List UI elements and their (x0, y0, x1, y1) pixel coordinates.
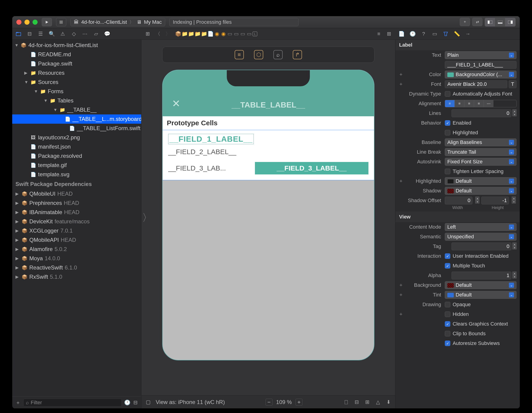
plus-icon[interactable]: + (399, 282, 403, 288)
alpha-input[interactable]: 1 (451, 272, 512, 279)
user-interaction-checkbox[interactable]: ✓ (445, 253, 450, 259)
clip-checkbox[interactable] (445, 331, 450, 336)
view-as-label[interactable]: View as: iPhone 11 (wC hR) (156, 399, 225, 405)
connections-inspector-icon[interactable]: → (465, 31, 471, 37)
issue-navigator-icon[interactable]: ⚠ (60, 31, 66, 37)
minimize-window-button[interactable] (24, 19, 29, 25)
code-review-button[interactable]: ⇄ (472, 18, 482, 26)
dependency-row[interactable]: ▶📦DeviceKit feature/macos (12, 217, 141, 226)
breakpoint-navigator-icon[interactable]: ▱ (93, 31, 99, 37)
tag-input[interactable]: 0 (451, 242, 512, 250)
plus-icon[interactable]: + (399, 292, 403, 298)
filter-input[interactable]: ⌕ Filter (23, 399, 122, 406)
lines-input[interactable]: 0 (451, 109, 512, 117)
add-editor-icon[interactable]: ⊞ (386, 31, 392, 37)
lines-stepper[interactable]: ▴▾ (512, 109, 517, 117)
stop-button[interactable] (56, 18, 66, 26)
tree-folder[interactable]: ▶📁Resources (12, 68, 141, 77)
tree-root[interactable]: ▼📦4d-for-ios-form-list-ClientList (12, 41, 141, 50)
outline-icon[interactable]: ≡ (235, 50, 244, 59)
identity-inspector-icon[interactable]: ▭ (432, 31, 438, 37)
tree-folder[interactable]: ▼📁Forms (12, 87, 141, 96)
dependency-row[interactable]: ▶📦Moya 14.0.0 (12, 254, 141, 263)
adjust-editor-icon[interactable]: ≡ (376, 31, 382, 37)
highlighted-checkbox[interactable] (445, 130, 450, 135)
tree-file[interactable]: 📄README.md (12, 50, 141, 59)
tree-file[interactable]: 📄Package.swift (12, 59, 141, 68)
dependency-row[interactable]: ▶📦RxSwift 5.1.0 (12, 272, 141, 281)
dependency-row[interactable]: ▶📦XCGLogger 7.0.1 (12, 226, 141, 235)
shadow-width-input[interactable]: 0 (445, 197, 473, 204)
field-2-label[interactable]: __FIELD_2_LABEL__ (168, 148, 236, 156)
tint-dropdown[interactable]: Default⌄ (445, 291, 517, 299)
multiple-touch-checkbox[interactable]: ✓ (445, 263, 450, 269)
dependency-row[interactable]: ▶📦QMobileAPI HEAD (12, 235, 141, 245)
zoom-in-button[interactable]: + (295, 399, 303, 406)
tree-folder[interactable]: ▼📁Tables (12, 96, 141, 105)
linebreak-dropdown[interactable]: Truncate Tail⌄ (445, 148, 517, 156)
tree-file[interactable]: 📄template.svg (12, 170, 141, 179)
close-window-button[interactable] (16, 19, 21, 25)
history-inspector-icon[interactable]: 🕐 (409, 31, 416, 37)
tree-folder[interactable]: ▼📁Sources (12, 77, 141, 87)
tree-file[interactable]: 📄Package.resolved (12, 151, 141, 161)
symbol-navigator-icon[interactable]: ☰ (38, 31, 44, 37)
dependency-row[interactable]: ▶📦Alamofire 5.0.2 (12, 245, 141, 254)
file-inspector-icon[interactable]: 📄 (399, 31, 404, 37)
embed-icon[interactable]: ⎕ (343, 399, 349, 405)
tree-file[interactable]: 📄manifest.json (12, 142, 141, 151)
dynamic-type-checkbox[interactable] (445, 91, 450, 97)
shadow-h-stepper[interactable]: ▴▾ (512, 197, 516, 204)
toggle-inspector-button[interactable] (505, 18, 515, 26)
toggle-navigator-button[interactable] (485, 18, 495, 26)
dependency-row[interactable]: ▶📦QMobileUI HEAD (12, 189, 141, 198)
text-value-input[interactable]: ___FIELD_1_LABEL___ (445, 61, 517, 69)
exit-icon[interactable]: ↱ (293, 50, 302, 59)
align-icon[interactable]: ⊟ (354, 399, 360, 405)
add-icon[interactable]: ＋ (15, 400, 21, 406)
report-navigator-icon[interactable]: 💬 (104, 31, 110, 37)
download-icon[interactable]: ⬇ (386, 399, 391, 405)
alignment-segment[interactable]: ≡≡≡≡--- (445, 100, 517, 107)
enabled-checkbox[interactable]: ✓ (445, 120, 450, 126)
project-navigator-icon[interactable] (15, 31, 21, 37)
source-control-navigator-icon[interactable]: ⊟ (27, 31, 33, 37)
phone-preview[interactable]: ✕ __TABLE_LABEL__ Prototype Cells __FIEL… (162, 70, 374, 360)
tree-file[interactable]: 🖼layoutIconx2.png (12, 133, 141, 142)
prototype-cell[interactable]: __FIELD_1_LABEL__ __FIELD_2_LABEL__ __FI… (163, 130, 374, 180)
content-mode-dropdown[interactable]: Left⌄ (445, 223, 517, 231)
scheme-selector[interactable]: 🏛 4d-for-io...-ClientList 〉 🖥 My Mac (70, 18, 165, 26)
object-icon[interactable]: ⬡ (254, 50, 263, 59)
field-3-label-left[interactable]: __FIELD_3_LAB... (168, 164, 247, 172)
clock-icon[interactable]: 🕐 (124, 400, 130, 406)
baseline-dropdown[interactable]: Align Baselines⌄ (445, 138, 517, 146)
test-navigator-icon[interactable]: ◇ (71, 31, 77, 37)
field-1-label-selected[interactable]: __FIELD_1_LABEL__ (168, 134, 254, 144)
pin-icon[interactable]: ⊞ (364, 399, 370, 405)
autoshrink-dropdown[interactable]: Fixed Font Size⌄ (445, 158, 517, 166)
zoom-out-button[interactable]: − (266, 399, 273, 406)
semantic-dropdown[interactable]: Unspecified⌄ (445, 233, 517, 241)
dependency-row[interactable]: ▶📦ReactiveSwift 6.1.0 (12, 263, 141, 272)
hidden-checkbox[interactable] (445, 311, 450, 317)
plus-icon[interactable]: + (399, 311, 403, 317)
dependency-row[interactable]: ▶📦Prephirences HEAD (12, 198, 141, 208)
background-dropdown[interactable]: Default⌄ (445, 281, 517, 289)
related-items-icon[interactable]: ⊞ (145, 31, 151, 37)
clears-checkbox[interactable]: ✓ (445, 321, 450, 327)
dependency-row[interactable]: ▶📦IBAnimatable HEAD (12, 208, 141, 217)
color-dropdown[interactable]: BackgroundColor (...⌄ (445, 71, 517, 78)
run-button[interactable] (42, 18, 52, 26)
highlighted-dropdown[interactable]: Default⌄ (445, 177, 517, 185)
help-inspector-icon[interactable]: ? (421, 31, 427, 37)
resolve-icon[interactable]: △ (375, 399, 381, 405)
file-tree[interactable]: ▼📦4d-for-ios-form-list-ClientList 📄READM… (12, 40, 141, 396)
plus-icon[interactable]: + (399, 72, 403, 77)
find-navigator-icon[interactable]: 🔍 (49, 31, 55, 37)
tree-file[interactable]: 📄__TABLE__ListForm.swift (12, 124, 141, 133)
plus-icon[interactable]: + (399, 81, 403, 87)
tag-stepper[interactable]: ▴▾ (512, 242, 517, 250)
attributes-inspector-icon[interactable] (443, 31, 449, 37)
autoresize-checkbox[interactable]: ✓ (445, 341, 450, 346)
size-inspector-icon[interactable]: 📏 (454, 31, 460, 37)
